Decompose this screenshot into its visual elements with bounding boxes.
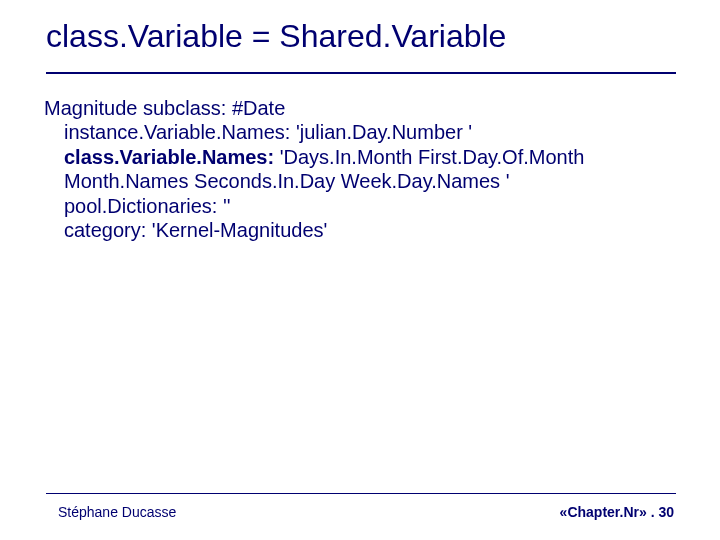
footer-rule: [46, 493, 676, 494]
footer-author: Stéphane Ducasse: [58, 504, 176, 520]
code-line-6: category: 'Kernel-Magnitudes': [44, 218, 676, 242]
title-rule: [46, 72, 676, 74]
code-line-3-key: class.Variable.Names:: [64, 146, 274, 168]
slide-body: Magnitude subclass: #Date instance.Varia…: [44, 96, 676, 242]
code-line-1: Magnitude subclass: #Date: [44, 96, 676, 120]
slide: class.Variable = Shared.Variable Magnitu…: [0, 0, 720, 540]
slide-title: class.Variable = Shared.Variable: [46, 18, 506, 55]
footer-page: «Chapter.Nr» . 30: [560, 504, 674, 520]
code-line-2: instance.Variable.Names: 'julian.Day.Num…: [44, 120, 676, 144]
code-line-5: pool.Dictionaries: '': [44, 194, 676, 218]
code-line-4: Month.Names Seconds.In.Day Week.Day.Name…: [44, 169, 676, 193]
code-line-3-val: 'Days.In.Month First.Day.Of.Month: [274, 146, 584, 168]
code-line-3: class.Variable.Names: 'Days.In.Month Fir…: [44, 145, 676, 169]
